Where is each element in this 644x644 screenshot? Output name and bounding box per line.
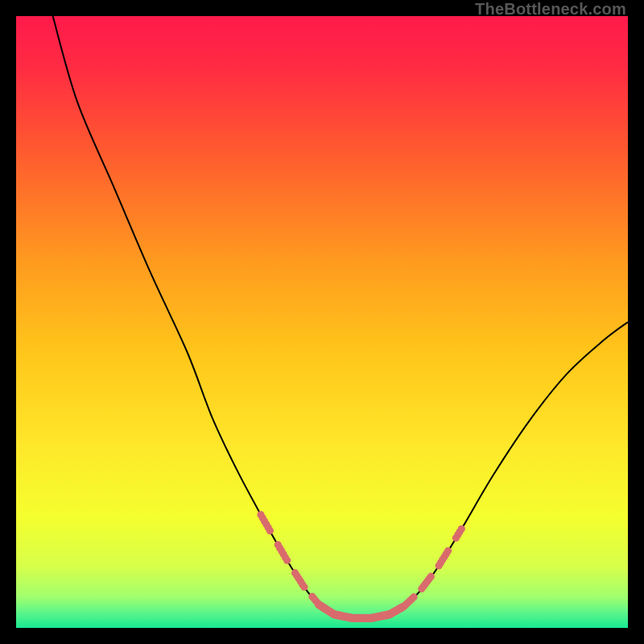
curve-marker <box>410 593 417 601</box>
curve-marker <box>283 557 291 564</box>
watermark-text: TheBottleneck.com <box>475 0 626 19</box>
curve-marker <box>300 584 308 591</box>
curve-marker <box>427 573 435 580</box>
gradient-background <box>16 16 628 628</box>
chart-frame <box>16 16 628 628</box>
curve-marker <box>266 527 274 535</box>
curve-marker <box>444 547 452 555</box>
bottleneck-chart <box>16 16 628 628</box>
curve-marker <box>458 525 465 532</box>
